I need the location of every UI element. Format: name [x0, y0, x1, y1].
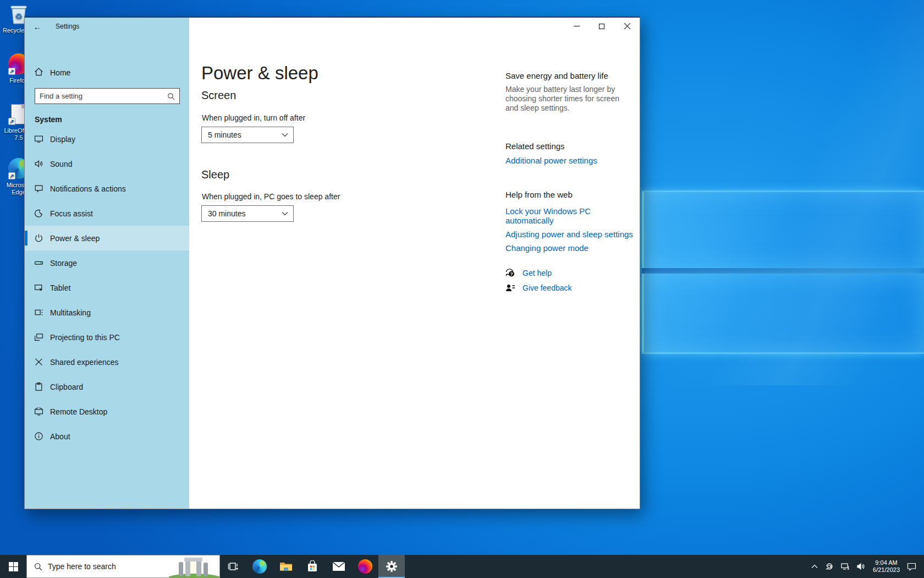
help-from-web-heading: Help from the web — [505, 190, 637, 199]
sidebar-item-about[interactable]: About — [25, 424, 189, 449]
sidebar-item-label: Display — [50, 135, 75, 144]
tray-time: 9:04 AM — [873, 559, 900, 566]
taskbar-store-button[interactable] — [299, 555, 326, 578]
sidebar-item-clipboard[interactable]: Clipboard — [25, 374, 189, 399]
additional-power-settings-link[interactable]: Additional power settings — [505, 156, 597, 165]
get-help-link[interactable]: Get help — [522, 269, 552, 277]
screen-section-heading: Screen — [201, 89, 236, 102]
sidebar-item-home[interactable]: Home — [25, 64, 189, 81]
sleep-dropdown-label: When plugged in, PC goes to sleep after — [202, 192, 340, 201]
sidebar-item-remote-desktop[interactable]: Remote Desktop — [25, 399, 189, 424]
taskbar-search-input[interactable] — [48, 562, 158, 571]
file-explorer-icon — [279, 561, 293, 572]
shortcut-arrow-icon: ↗ — [8, 172, 15, 179]
sidebar-item-projecting[interactable]: Projecting to this PC — [25, 325, 189, 350]
sidebar-home-label: Home — [50, 68, 70, 77]
mail-icon — [332, 561, 345, 571]
sidebar-item-label: Storage — [50, 259, 77, 268]
close-button[interactable] — [614, 18, 640, 35]
taskbar-search-box[interactable] — [26, 555, 220, 578]
window-titlebar[interactable] — [25, 18, 640, 35]
give-feedback-link[interactable]: Give feedback — [522, 283, 572, 292]
tray-date: 6/21/2023 — [873, 566, 900, 574]
wallpaper-window-pane-gap — [642, 268, 924, 274]
shared-experiences-icon — [34, 357, 43, 367]
system-tray: 9:04 AM 6/21/2023 — [811, 555, 924, 578]
sidebar-item-label: Notifications & actions — [50, 184, 126, 193]
sidebar-item-label: Projecting to this PC — [50, 333, 120, 342]
sidebar-item-sound[interactable]: Sound — [25, 151, 189, 176]
tray-clock[interactable]: 9:04 AM 6/21/2023 — [873, 559, 900, 574]
display-icon — [34, 134, 43, 144]
shortcut-arrow-icon: ↗ — [8, 118, 15, 125]
sidebar-item-display[interactable]: Display — [25, 127, 189, 151]
taskbar-task-view-button[interactable] — [220, 555, 246, 578]
settings-search-box[interactable] — [35, 88, 180, 104]
taskbar-settings-button[interactable] — [378, 555, 405, 578]
taskbar-mail-button[interactable] — [326, 555, 352, 578]
settings-main-panel: Power & sleep Screen When plugged in, tu… — [189, 35, 640, 509]
settings-gear-icon — [386, 560, 398, 572]
svg-text:?: ? — [510, 271, 513, 277]
taskbar-edge-button[interactable] — [246, 555, 273, 578]
give-feedback-icon — [505, 283, 516, 292]
sleep-timeout-dropdown[interactable]: 30 minutes — [201, 205, 294, 222]
screen-timeout-dropdown[interactable]: 5 minutes — [201, 127, 294, 143]
search-highlight-image[interactable] — [169, 555, 219, 577]
focus-assist-icon — [34, 209, 43, 218]
sidebar-item-label: Power & sleep — [50, 234, 100, 243]
settings-search-input[interactable] — [35, 92, 167, 100]
projecting-icon — [34, 332, 43, 342]
sleep-section-heading: Sleep — [201, 168, 229, 181]
sidebar-item-label: Multitasking — [50, 308, 91, 317]
chevron-down-icon — [282, 133, 288, 137]
sidebar-item-label: Focus assist — [50, 209, 93, 218]
page-title: Power & sleep — [201, 63, 318, 84]
help-link-lock-pc[interactable]: Lock your Windows PC automatically — [505, 206, 591, 225]
task-view-icon — [228, 561, 239, 572]
taskbar-firefox-button[interactable] — [352, 555, 378, 578]
tray-meet-now-icon[interactable] — [825, 562, 834, 571]
get-help-icon: ? — [505, 268, 516, 277]
storage-icon — [34, 258, 43, 268]
give-feedback-row[interactable]: Give feedback — [505, 283, 637, 292]
windows-logo-icon — [9, 562, 18, 571]
related-settings-heading: Related settings — [505, 141, 637, 151]
sidebar-item-power-sleep[interactable]: Power & sleep — [25, 226, 189, 250]
action-center-icon[interactable] — [907, 563, 916, 571]
sidebar-section-label: System — [35, 115, 62, 124]
sidebar-item-storage[interactable]: Storage — [25, 250, 189, 275]
chevron-down-icon — [282, 211, 288, 216]
minimize-button[interactable] — [564, 18, 589, 35]
sidebar-item-label: Clipboard — [50, 383, 83, 391]
sidebar-item-shared-experiences[interactable]: Shared experiences — [25, 350, 189, 374]
sidebar-nav: Display Sound Notifications & actions Fo… — [25, 127, 189, 449]
shortcut-arrow-icon: ↗ — [8, 68, 15, 75]
search-icon[interactable] — [167, 92, 175, 100]
notifications-icon — [34, 184, 43, 193]
sidebar-item-label: Sound — [50, 160, 72, 168]
sidebar-item-tablet[interactable]: Tablet — [25, 275, 189, 300]
get-help-row[interactable]: ? Get help — [505, 268, 637, 277]
sleep-timeout-value: 30 minutes — [208, 209, 245, 218]
help-link-power-mode[interactable]: Changing power mode — [505, 243, 588, 253]
settings-sidebar: ← Settings Home System Display — [25, 18, 189, 509]
sidebar-item-focus-assist[interactable]: Focus assist — [25, 201, 189, 226]
tray-network-icon[interactable] — [841, 563, 850, 570]
tray-volume-icon[interactable] — [857, 563, 866, 570]
edge-icon — [252, 559, 267, 574]
energy-tip-body: Make your battery last longer by choosin… — [505, 85, 631, 113]
tray-chevron-up-icon[interactable] — [811, 564, 818, 569]
sidebar-item-label: Shared experiences — [50, 358, 119, 367]
search-icon — [34, 563, 42, 571]
sidebar-item-notifications[interactable]: Notifications & actions — [25, 176, 189, 201]
multitasking-icon — [34, 308, 43, 317]
start-button[interactable] — [0, 555, 26, 578]
svg-text:♻: ♻ — [15, 12, 22, 21]
maximize-button[interactable] — [589, 18, 614, 35]
sidebar-item-multitasking[interactable]: Multitasking — [25, 300, 189, 325]
taskbar-file-explorer-button[interactable] — [273, 555, 299, 578]
firefox-icon — [358, 559, 372, 574]
help-link-adjust-power[interactable]: Adjusting power and sleep settings — [505, 230, 633, 239]
tablet-icon — [34, 283, 43, 292]
